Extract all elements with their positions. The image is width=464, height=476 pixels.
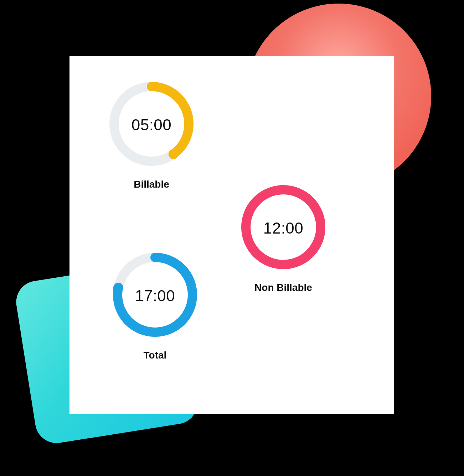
svg-point-2 <box>169 149 179 159</box>
total-ring-widget: 17:00 Total <box>109 249 201 361</box>
billable-ring-widget: 05:00 Billable <box>105 78 198 190</box>
billable-value: 05:00 <box>105 116 198 134</box>
total-label: Total <box>109 350 201 361</box>
billable-label: Billable <box>105 179 198 190</box>
total-value: 17:00 <box>109 287 201 305</box>
stage: 05:00 Billable 12:00 Non Billable 17:00 … <box>0 0 464 476</box>
non-billable-ring-widget: 12:00 Non Billable <box>237 181 330 293</box>
non-billable-label: Non Billable <box>237 282 330 293</box>
non-billable-value: 12:00 <box>237 219 330 237</box>
time-summary-card: 05:00 Billable 12:00 Non Billable 17:00 … <box>69 56 394 414</box>
